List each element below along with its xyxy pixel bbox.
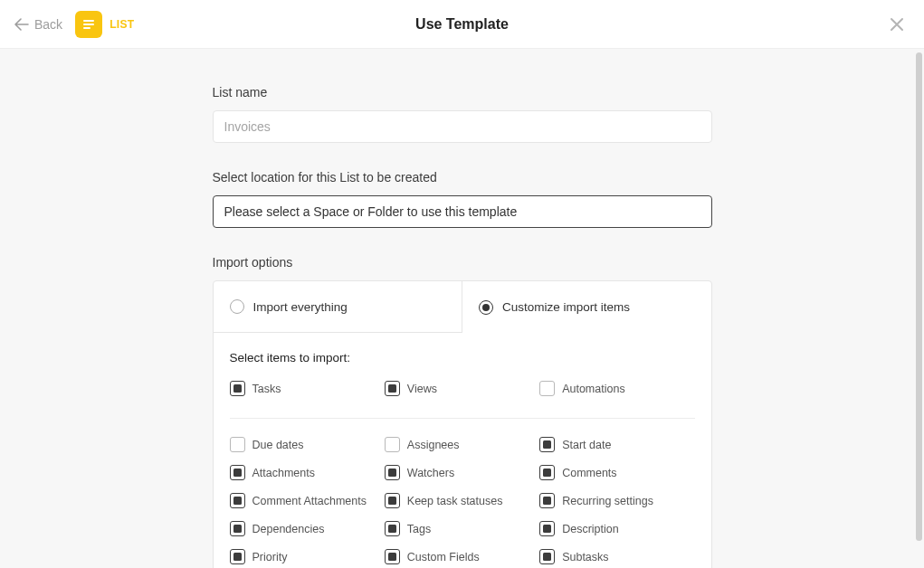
check-col: Tasks xyxy=(230,381,385,409)
checkbox-label: Automations xyxy=(562,383,624,395)
import-items-title: Select items to import: xyxy=(230,351,695,364)
checkbox-item[interactable]: Assignees xyxy=(385,437,539,452)
svg-rect-2 xyxy=(83,27,90,29)
list-name-section: List name xyxy=(213,85,712,143)
page-title: Use Template xyxy=(415,16,509,33)
checkbox-label: Custom Fields xyxy=(407,551,480,563)
checkbox-item[interactable]: Comment Attachments xyxy=(230,493,385,508)
scrollbar[interactable] xyxy=(916,52,922,541)
radio-import-everything[interactable]: Import everything xyxy=(214,281,463,333)
svg-rect-1 xyxy=(83,24,94,25)
checkbox-item[interactable]: Automations xyxy=(539,381,694,396)
list-name-input[interactable] xyxy=(213,110,712,143)
checkbox-icon xyxy=(230,381,245,396)
checkbox-icon xyxy=(539,521,555,536)
check-col: Automations xyxy=(539,381,694,409)
check-col: AssigneesWatchersKeep task statusesTagsC… xyxy=(385,437,539,568)
checkbox-item[interactable]: Watchers xyxy=(385,465,539,480)
check-col: Start dateCommentsRecurring settingsDesc… xyxy=(539,437,694,568)
checkbox-icon xyxy=(539,465,555,480)
checkbox-icon xyxy=(539,381,555,396)
checkbox-icon xyxy=(230,465,245,480)
checkbox-icon xyxy=(230,437,245,452)
radio-label-everything: Import everything xyxy=(253,300,348,314)
checkbox-icon xyxy=(385,521,400,536)
checkbox-item[interactable]: Start date xyxy=(539,437,694,452)
checkbox-item[interactable]: Subtasks xyxy=(539,549,694,564)
checkbox-item[interactable]: Due dates xyxy=(230,437,385,452)
list-name-label: List name xyxy=(213,85,712,99)
checkbox-icon xyxy=(230,493,245,508)
location-placeholder: Please select a Space or Folder to use t… xyxy=(224,204,518,219)
divider xyxy=(230,418,695,419)
checkbox-item[interactable]: Attachments xyxy=(230,465,385,480)
checkbox-icon xyxy=(385,381,400,396)
checkbox-item[interactable]: Dependencies xyxy=(230,521,385,536)
checkbox-icon xyxy=(230,521,245,536)
checkbox-item[interactable]: Views xyxy=(385,381,539,396)
import-card: Import everything Customize import items… xyxy=(213,280,712,568)
checkbox-item[interactable]: Recurring settings xyxy=(539,493,694,508)
radio-customize-items[interactable]: Customize import items xyxy=(462,281,711,333)
location-select[interactable]: Please select a Space or Folder to use t… xyxy=(213,195,712,228)
checkbox-label: Priority xyxy=(252,551,288,563)
import-items-section: Select items to import: TasksViewsAutoma… xyxy=(214,333,711,568)
arrow-left-icon xyxy=(14,18,29,31)
checkbox-icon xyxy=(539,437,555,452)
checkbox-label: Dependencies xyxy=(252,523,325,535)
close-button[interactable] xyxy=(884,12,910,37)
checkbox-item[interactable]: Priority xyxy=(230,549,385,564)
location-label: Select location for this List to be crea… xyxy=(213,170,712,185)
check-col: Views xyxy=(385,381,539,409)
checkbox-icon xyxy=(385,493,400,508)
radio-label-customize: Customize import items xyxy=(502,300,630,314)
import-mode-radios: Import everything Customize import items xyxy=(214,281,711,333)
import-options-label: Import options xyxy=(213,255,712,270)
list-type-badge: LIST xyxy=(75,11,134,38)
checkbox-icon xyxy=(539,493,555,508)
form-content: List name Select location for this List … xyxy=(213,49,712,568)
list-icon xyxy=(75,11,102,38)
radio-icon xyxy=(479,300,493,315)
radio-icon xyxy=(230,299,244,314)
checkbox-label: Comments xyxy=(562,467,616,479)
checkbox-icon xyxy=(385,437,400,452)
checkbox-label: Recurring settings xyxy=(562,495,653,507)
checkbox-label: Tags xyxy=(407,523,431,535)
checkbox-item[interactable]: Keep task statuses xyxy=(385,493,539,508)
checkbox-label: Start date xyxy=(562,439,611,451)
checkbox-item[interactable]: Tags xyxy=(385,521,539,536)
checkbox-item[interactable]: Comments xyxy=(539,465,694,480)
checkbox-item[interactable]: Tasks xyxy=(230,381,385,396)
checkbox-label: Comment Attachments xyxy=(252,495,367,507)
checkbox-label: Due dates xyxy=(252,439,304,451)
top-bar: Back LIST Use Template xyxy=(0,0,924,49)
list-badge-label: LIST xyxy=(110,18,134,31)
import-options-section: Import options Import everything Customi… xyxy=(213,255,712,568)
checkbox-label: Subtasks xyxy=(562,551,608,563)
checkbox-label: Views xyxy=(407,383,437,395)
checkbox-label: Attachments xyxy=(252,467,315,479)
content-scroll-area: List name Select location for this List … xyxy=(0,49,924,568)
back-label: Back xyxy=(34,17,62,32)
checkbox-icon xyxy=(230,549,245,564)
checkbox-label: Tasks xyxy=(252,383,281,395)
import-top-row: TasksViewsAutomations xyxy=(230,381,695,409)
checkbox-icon xyxy=(385,549,400,564)
svg-rect-0 xyxy=(83,20,94,22)
back-button[interactable]: Back xyxy=(14,17,62,32)
import-items-grid: Due datesAttachmentsComment AttachmentsD… xyxy=(230,437,695,568)
checkbox-label: Assignees xyxy=(407,439,460,451)
checkbox-label: Description xyxy=(562,523,619,535)
checkbox-label: Watchers xyxy=(407,467,454,479)
location-section: Select location for this List to be crea… xyxy=(213,170,712,228)
checkbox-label: Keep task statuses xyxy=(407,495,503,507)
close-icon xyxy=(889,16,905,33)
checkbox-item[interactable]: Custom Fields xyxy=(385,549,539,564)
checkbox-icon xyxy=(539,549,555,564)
checkbox-icon xyxy=(385,465,400,480)
checkbox-item[interactable]: Description xyxy=(539,521,694,536)
check-col: Due datesAttachmentsComment AttachmentsD… xyxy=(230,437,385,568)
